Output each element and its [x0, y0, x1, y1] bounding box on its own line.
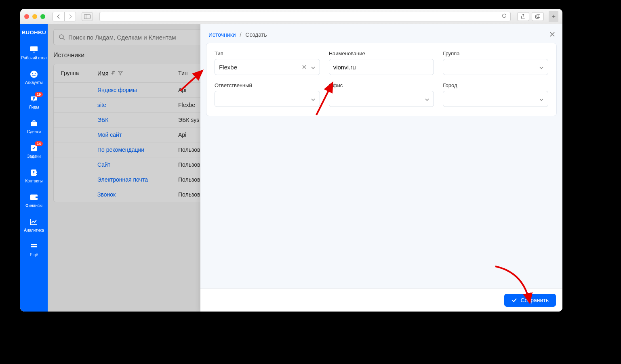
- svg-rect-26: [35, 246, 37, 247]
- chevron-down-icon[interactable]: [311, 64, 316, 71]
- input-name[interactable]: [333, 64, 430, 71]
- form-card: Тип Flexbe Наименование: [206, 43, 557, 116]
- cell-name[interactable]: Электронная почта: [97, 176, 178, 183]
- new-tab-button[interactable]: +: [549, 11, 558, 22]
- tabs-overview-button[interactable]: [532, 12, 544, 21]
- svg-point-7: [30, 71, 38, 78]
- sidebar-item-desktop[interactable]: Рабочий стол: [20, 40, 48, 65]
- save-button[interactable]: Сохранить: [504, 294, 556, 307]
- clear-type-icon[interactable]: [302, 64, 307, 71]
- panel-footer: Сохранить: [200, 289, 562, 312]
- sidebar-item-analytics[interactable]: Аналитика: [20, 213, 48, 237]
- desktop-icon: [29, 45, 38, 54]
- sidebar-item-leads[interactable]: 19 ₽ Лиды: [20, 90, 48, 114]
- svg-rect-0: [84, 14, 91, 19]
- sidebar-item-label: Финансы: [25, 203, 42, 208]
- sidebar-item-contacts[interactable]: Контакты: [20, 163, 48, 188]
- chevron-down-icon[interactable]: [539, 96, 544, 103]
- app-body: BUOHBU Рабочий стол Аккаунты 19 ₽ Лиды С…: [20, 24, 562, 312]
- sidebar-item-label: Рабочий стол: [21, 56, 47, 60]
- input-name-wrap: [329, 59, 434, 75]
- field-responsible: Ответственный: [215, 82, 320, 107]
- maximize-window-button[interactable]: [40, 14, 45, 19]
- label-group: Группа: [443, 50, 548, 56]
- svg-rect-21: [31, 244, 33, 245]
- svg-text:₽: ₽: [33, 96, 35, 100]
- svg-point-15: [33, 171, 35, 173]
- sidebar-item-more[interactable]: Ещё: [20, 237, 48, 262]
- back-button[interactable]: [53, 12, 64, 21]
- cell-group: [61, 161, 97, 168]
- sidebar: BUOHBU Рабочий стол Аккаунты 19 ₽ Лиды С…: [20, 24, 48, 312]
- sidebar-item-label: Аналитика: [24, 228, 44, 232]
- close-window-button[interactable]: [24, 14, 29, 19]
- cell-group: [61, 132, 97, 138]
- reload-icon[interactable]: [501, 13, 507, 20]
- select-city[interactable]: [443, 91, 548, 107]
- select-office[interactable]: [329, 91, 434, 107]
- minimize-window-button[interactable]: [32, 14, 37, 19]
- check-icon: [512, 298, 517, 303]
- field-name: Наименование: [329, 50, 434, 75]
- url-bar[interactable]: [99, 12, 511, 21]
- cell-group: [61, 102, 97, 108]
- sidebar-item-accounts[interactable]: Аккаунты: [20, 65, 48, 90]
- sidebar-item-deals[interactable]: Сделки: [20, 114, 48, 139]
- contacts-icon: [29, 168, 38, 177]
- breadcrumb-root[interactable]: Источники: [208, 31, 236, 38]
- browser-window: + BUOHBU Рабочий стол Аккаунты 19 ₽ Лиды…: [20, 9, 562, 312]
- label-office: Офис: [329, 82, 434, 88]
- svg-rect-6: [33, 52, 35, 52]
- more-icon: [29, 242, 38, 251]
- field-type: Тип Flexbe: [215, 50, 320, 75]
- share-button[interactable]: [517, 12, 529, 21]
- cell-name[interactable]: По рекомендации: [97, 146, 178, 153]
- svg-point-27: [59, 35, 63, 39]
- forward-button[interactable]: [64, 12, 76, 21]
- svg-rect-16: [36, 171, 37, 172]
- sidebar-item-tasks[interactable]: 14 Задачи: [20, 139, 48, 163]
- leads-badge: 19: [35, 92, 43, 97]
- select-type[interactable]: Flexbe: [215, 59, 320, 75]
- field-city: Город: [443, 82, 548, 107]
- field-office: Офис: [329, 82, 434, 107]
- sort-icon[interactable]: [111, 70, 116, 77]
- sidebar-item-label: Контакты: [25, 179, 42, 183]
- chevron-down-icon[interactable]: [425, 96, 429, 103]
- label-name: Наименование: [329, 50, 434, 56]
- sidebar-toggle-button[interactable]: [82, 12, 93, 21]
- chevron-down-icon[interactable]: [539, 64, 544, 71]
- cell-name[interactable]: Сайт: [97, 161, 178, 168]
- cell-name[interactable]: Яндекс формы: [97, 87, 178, 93]
- field-group: Группа: [443, 50, 548, 75]
- sidebar-item-label: Аккаунты: [25, 80, 42, 85]
- svg-rect-23: [35, 244, 37, 245]
- briefcase-icon: [29, 119, 38, 128]
- search-icon: [59, 34, 65, 40]
- select-responsible[interactable]: [215, 91, 320, 107]
- svg-rect-18: [36, 174, 37, 175]
- col-header-group[interactable]: Группа: [61, 70, 97, 77]
- svg-rect-12: [33, 121, 35, 122]
- svg-rect-5: [30, 46, 38, 51]
- svg-rect-17: [36, 172, 37, 173]
- sidebar-item-label: Сделки: [27, 130, 41, 134]
- cell-name[interactable]: site: [97, 102, 178, 108]
- col-header-name[interactable]: Имя: [97, 70, 178, 77]
- label-responsible: Ответственный: [215, 82, 320, 88]
- tasks-badge: 14: [35, 141, 43, 146]
- select-group[interactable]: [443, 59, 548, 75]
- smile-icon: [29, 70, 38, 79]
- cell-name[interactable]: ЭБК: [97, 117, 178, 123]
- cell-name[interactable]: Мой сайт: [97, 132, 178, 138]
- close-panel-button[interactable]: [549, 31, 556, 40]
- svg-rect-3: [536, 15, 539, 18]
- filter-icon[interactable]: [118, 70, 123, 77]
- sidebar-item-label: Ещё: [30, 253, 38, 257]
- sidebar-item-label: Задачи: [27, 154, 41, 159]
- sidebar-item-finance[interactable]: Финансы: [20, 188, 48, 213]
- chart-icon: [29, 218, 38, 226]
- chevron-down-icon[interactable]: [311, 96, 316, 103]
- app-logo: BUOHBU: [20, 24, 48, 40]
- cell-name[interactable]: Звонок: [97, 191, 178, 198]
